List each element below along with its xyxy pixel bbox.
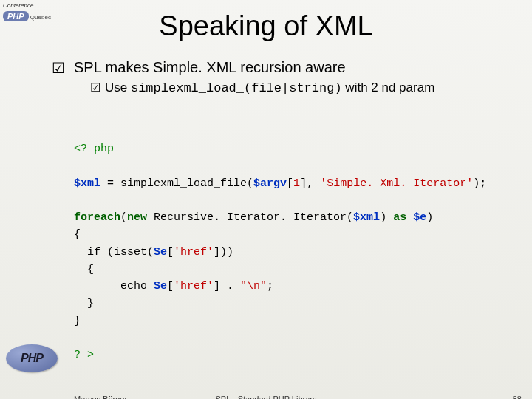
checkbox-icon: ☑	[52, 59, 65, 77]
code-punc: [	[167, 280, 174, 293]
php-open: <? php	[74, 143, 114, 155]
code-var: $xml	[353, 211, 380, 224]
footer-title: SPL - Standard PHP Library	[0, 395, 532, 399]
code-punc: ]))	[214, 246, 233, 259]
php-logo-text: PHP	[21, 352, 43, 365]
code-brace: }	[74, 297, 94, 310]
bottom-logo: PHP	[6, 344, 58, 372]
code-str: 'Simple. Xml. Iterator'	[320, 177, 473, 190]
code-var: $e	[154, 280, 167, 293]
code-echo: echo	[74, 280, 154, 293]
main-bullet: SPL makes Simple. XML recursion aware	[74, 59, 525, 76]
sub-suffix: with 2 nd param	[342, 81, 435, 95]
code-kw: foreach	[74, 211, 120, 224]
code-brace: {	[74, 263, 94, 276]
code-str: 'href'	[174, 246, 214, 259]
code-punc: ],	[300, 177, 320, 190]
logo-conf-text: Conférence	[3, 2, 33, 9]
footer-page: 58	[513, 395, 522, 399]
code-punc: [	[287, 177, 293, 190]
code-punc: )	[426, 211, 433, 224]
php-close: ? >	[74, 349, 94, 361]
code-punc: );	[473, 177, 486, 190]
code-punc: (	[247, 177, 253, 190]
code-str: "\n"	[240, 280, 267, 293]
code-punc: [	[167, 246, 174, 259]
code-var: $e	[154, 246, 167, 259]
code-var: $e	[413, 211, 426, 224]
sub-prefix: Use	[105, 81, 131, 95]
code-punc: ] .	[214, 280, 240, 293]
code-class: Recursive. Iterator. Iterator	[154, 211, 347, 224]
code-num: 1	[293, 177, 300, 190]
code-punc: (	[120, 211, 127, 224]
code-op: =	[100, 177, 120, 190]
content-block: SPL makes Simple. XML recursion aware ☑U…	[74, 59, 525, 95]
code-block: <? php $xml = simplexml_load_file($argv[…	[74, 140, 486, 364]
php-logo-icon: PHP	[6, 344, 58, 372]
slide-title: Speaking of XML	[0, 10, 532, 42]
code-kw: new	[127, 211, 154, 224]
code-brace: }	[74, 315, 81, 327]
sub-bullet: ☑Use simplexml_load_(file|string) with 2…	[90, 81, 525, 95]
code-var: $xml	[74, 177, 100, 190]
code-var: $argv	[253, 177, 287, 190]
code-brace: {	[74, 228, 81, 241]
code-if: if (isset(	[74, 246, 154, 259]
checkbox-icon: ☑	[90, 81, 100, 94]
code-kw: as	[393, 211, 413, 224]
code-fn: simplexml_load_file	[120, 177, 247, 190]
sub-code: simplexml_load_(file|string)	[131, 81, 342, 95]
code-punc: ;	[267, 280, 273, 293]
code-punc: (	[347, 211, 353, 224]
code-str: 'href'	[174, 280, 214, 293]
code-punc: )	[380, 211, 393, 224]
